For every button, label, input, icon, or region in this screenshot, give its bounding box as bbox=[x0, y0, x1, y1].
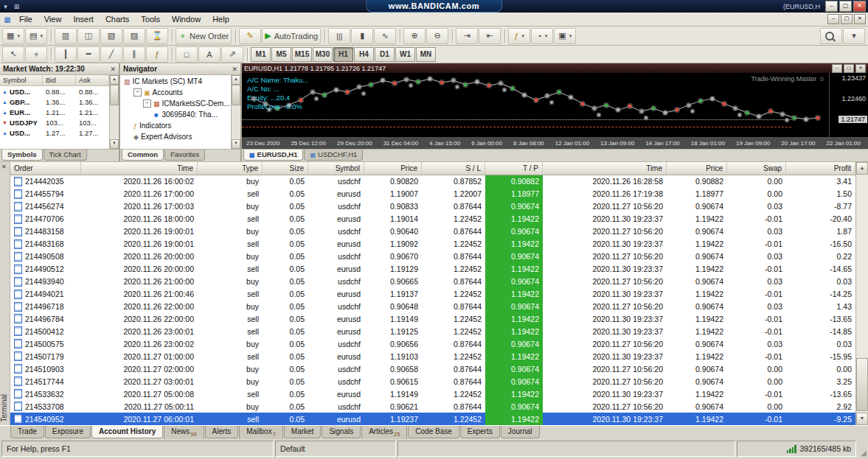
new-chart-button[interactable]: ▦▾ bbox=[2, 28, 24, 44]
scroll-down-icon[interactable]: ▼ bbox=[110, 139, 119, 149]
strategy-tester-button[interactable]: ⌛ bbox=[146, 28, 168, 44]
navigator-toggle-button[interactable]: ▧ bbox=[100, 28, 122, 44]
history-row[interactable]: 2144831682020.11.26 19:00:01sell0.05euru… bbox=[10, 238, 855, 250]
history-row[interactable]: 2144557942020.11.26 17:00:00sell0.05euru… bbox=[10, 188, 855, 200]
chart-shift-button[interactable]: ⇤ bbox=[479, 28, 501, 44]
scroll-thumb[interactable] bbox=[232, 85, 240, 105]
child-restore-button[interactable]: ▢ bbox=[841, 14, 853, 24]
terminal-tab-mailbox[interactable]: Mailbox7 bbox=[239, 426, 283, 441]
chart-bars-button[interactable]: ||| bbox=[328, 28, 350, 44]
scroll-up-icon[interactable]: ▲ bbox=[110, 75, 119, 85]
timeframe-m15[interactable]: M15 bbox=[292, 47, 312, 62]
search-button[interactable] bbox=[820, 28, 842, 44]
close-button[interactable]: ✕ bbox=[853, 1, 866, 12]
tree-expander-icon[interactable]: − bbox=[143, 99, 151, 108]
tree-item-indicators[interactable]: ƒIndicators bbox=[120, 120, 231, 131]
indicators-list-button[interactable]: ƒ▾ bbox=[508, 28, 530, 44]
column-header-profit[interactable]: Profit bbox=[786, 162, 855, 175]
market-watch-toggle-button[interactable]: ▥ bbox=[55, 28, 77, 44]
terminal-toggle-button[interactable]: ▨ bbox=[123, 28, 145, 44]
templates-list-button[interactable]: ▣▾ bbox=[554, 28, 576, 44]
history-row[interactable]: 2145336322020.11.27 05:00:08sell0.05euru… bbox=[10, 388, 855, 400]
minimize-button[interactable]: – bbox=[825, 1, 838, 12]
history-row[interactable]: 2144905082020.11.26 20:00:00buy0.05usdch… bbox=[10, 250, 855, 263]
navigator-scrollbar[interactable]: ▲ ▼ bbox=[231, 75, 240, 149]
history-row[interactable]: 2144707062020.11.26 18:00:00sell0.05euru… bbox=[10, 213, 855, 225]
column-header-size[interactable]: Size bbox=[263, 162, 308, 175]
chart-restore-icon[interactable]: ▢ bbox=[844, 64, 854, 73]
scroll-thumb[interactable] bbox=[856, 358, 868, 411]
market-watch-tab-symbols[interactable]: Symbols bbox=[1, 150, 43, 161]
timeframe-w1[interactable]: W1 bbox=[395, 47, 415, 62]
chart-close-icon[interactable]: ✕ bbox=[855, 64, 866, 73]
periods-list-button[interactable]: ◔▾ bbox=[531, 28, 553, 44]
autotrading-button[interactable]: ▶AutoTrading bbox=[262, 28, 321, 44]
zoom-out-button[interactable]: ⊖ bbox=[426, 28, 448, 44]
navigator-tab-favorites[interactable]: Favorites bbox=[164, 150, 205, 161]
terminal-tab-experts[interactable]: Experts bbox=[460, 426, 500, 438]
history-row[interactable]: 2144940212020.11.26 21:00:46sell0.05euru… bbox=[10, 288, 855, 301]
column-header-bid[interactable]: Bid bbox=[43, 75, 76, 85]
tree-item-icmarketssc-dem-[interactable]: −▦ICMarketsSC-Dem... bbox=[120, 98, 231, 109]
chart-line-button[interactable]: ∿ bbox=[374, 28, 396, 44]
chart-tab-usdchf-h1[interactable]: ▦USDCHF,H1 bbox=[304, 150, 363, 161]
child-close-button[interactable]: ✕ bbox=[854, 14, 866, 24]
more-tools-button[interactable]: ▾ bbox=[843, 28, 865, 44]
fibonacci-tool-button[interactable]: ƒ bbox=[146, 46, 168, 63]
navigator-close-icon[interactable]: ✕ bbox=[232, 66, 237, 73]
text-tool-button[interactable]: A bbox=[198, 46, 221, 63]
terminal-tab-account-history[interactable]: Account History bbox=[91, 426, 163, 438]
crosshair-tool-button[interactable]: ＋ bbox=[25, 46, 47, 63]
market-watch-close-icon[interactable]: ✕ bbox=[110, 66, 116, 73]
column-header-time[interactable]: Time bbox=[543, 162, 667, 175]
tree-item-ic-markets-sc-mt4[interactable]: ▥IC Markets (SC) MT4 bbox=[120, 76, 231, 87]
market-watch-row[interactable]: ▲USD...0.88...0.88... bbox=[0, 86, 109, 97]
trendline-tool-button[interactable]: ╱ bbox=[100, 46, 122, 63]
scroll-up-icon[interactable]: ▲ bbox=[856, 162, 868, 175]
terminal-close-icon[interactable]: ✕ bbox=[1, 164, 7, 170]
tree-item-expert-advisors[interactable]: ◆Expert Advisors bbox=[120, 131, 231, 142]
column-header-price[interactable]: Price bbox=[667, 162, 727, 175]
history-row[interactable]: 2144420352020.11.26 16:00:02buy0.05usdch… bbox=[10, 175, 855, 188]
scroll-up-icon[interactable]: ▲ bbox=[232, 75, 240, 85]
tree-expander-icon[interactable]: − bbox=[133, 88, 142, 97]
history-row[interactable]: 2145071792020.11.27 01:00:00sell0.05euru… bbox=[10, 350, 855, 362]
column-header-type[interactable]: Type bbox=[198, 162, 263, 175]
history-row[interactable]: 2145337082020.11.27 05:00:11buy0.05usdch… bbox=[10, 400, 855, 413]
terminal-scrollbar[interactable]: ▲ ▼ bbox=[855, 162, 868, 425]
history-row[interactable]: 2144967182020.11.26 22:00:00buy0.05usdch… bbox=[10, 301, 855, 313]
scroll-down-icon[interactable]: ▼ bbox=[856, 413, 868, 425]
terminal-tab-journal[interactable]: Journal bbox=[501, 426, 540, 438]
titlebar-arrow-icon[interactable]: ▾ bbox=[0, 3, 11, 10]
horizontal-line-tool-button[interactable]: ━ bbox=[77, 46, 100, 63]
child-minimize-button[interactable]: – bbox=[827, 14, 839, 24]
terminal-tab-market[interactable]: Market bbox=[284, 426, 322, 438]
timeframe-m1[interactable]: M1 bbox=[251, 47, 271, 62]
column-header-order[interactable]: Order bbox=[10, 162, 81, 175]
data-window-toggle-button[interactable]: ◫ bbox=[77, 28, 100, 44]
chart-candles-button[interactable]: ▮ bbox=[351, 28, 373, 44]
history-row[interactable]: 2145004122020.11.26 23:00:01sell0.05euru… bbox=[10, 325, 855, 337]
channel-tool-button[interactable]: ∥ bbox=[123, 46, 145, 63]
terminal-tab-exposure[interactable]: Exposure bbox=[45, 426, 91, 438]
market-watch-scrollbar[interactable]: ▲ ▼ bbox=[109, 75, 119, 149]
terminal-tab-trade[interactable]: Trade bbox=[10, 426, 44, 438]
chart-plot[interactable] bbox=[242, 73, 830, 137]
chart-area[interactable]: EURUSD,H1 1.21778 1.21795 1.21726 1.2174… bbox=[242, 63, 868, 149]
timeframe-d1[interactable]: D1 bbox=[375, 47, 395, 62]
menu-item-insert[interactable]: Insert bbox=[67, 14, 100, 24]
chart-minimize-icon[interactable]: – bbox=[832, 64, 842, 73]
column-header-ask[interactable]: Ask bbox=[76, 75, 109, 85]
column-header-symbol[interactable]: Symbol bbox=[308, 162, 364, 175]
history-row[interactable]: 2145409522020.11.27 06:00:01sell0.05euru… bbox=[10, 413, 855, 425]
navigator-tab-common[interactable]: Common bbox=[122, 150, 164, 161]
menu-item-charts[interactable]: Charts bbox=[100, 14, 135, 24]
metaeditor-button[interactable]: ✎ bbox=[239, 28, 261, 44]
terminal-tab-code-base[interactable]: Code Base bbox=[408, 426, 459, 438]
auto-scroll-button[interactable]: ⇥ bbox=[456, 28, 478, 44]
timeframe-h1[interactable]: H1 bbox=[333, 47, 353, 62]
column-header-price[interactable]: Price bbox=[364, 162, 422, 175]
history-row[interactable]: 2144939402020.11.26 21:00:00buy0.05usdch… bbox=[10, 276, 855, 288]
history-row[interactable]: 2145109032020.11.27 02:00:00buy0.05usdch… bbox=[10, 362, 855, 375]
cursor-tool-button[interactable]: ↖ bbox=[2, 46, 24, 63]
